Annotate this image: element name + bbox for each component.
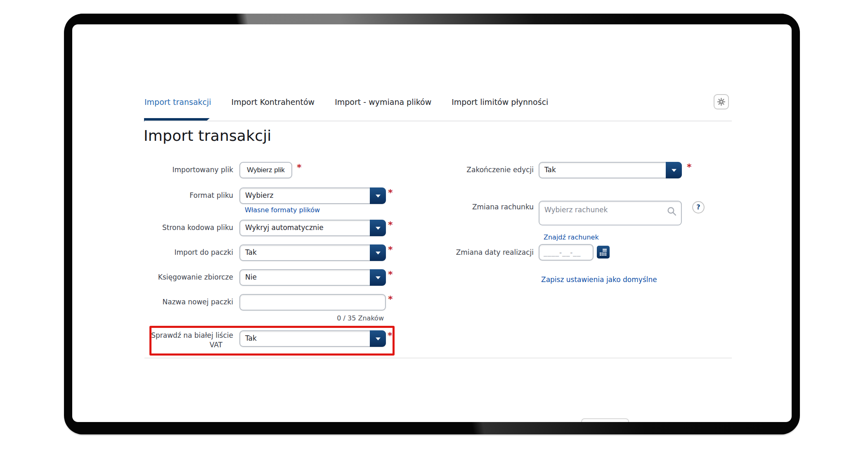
find-account-link[interactable]: Znajdź rachunek <box>544 233 599 241</box>
save-defaults-link[interactable]: Zapisz ustawienia jako domyślne <box>541 275 657 284</box>
label-format-pliku: Format pliku <box>111 191 233 199</box>
account-search-input[interactable] <box>539 201 682 225</box>
required-marker: * <box>687 164 692 171</box>
search-icon[interactable] <box>667 206 677 218</box>
strona-kodowa-select[interactable]: Wykryj automatycznie <box>239 220 386 236</box>
nazwa-paczki-input[interactable] <box>239 294 386 311</box>
screen: Import transakcji Import Kontrahentów Im… <box>72 24 792 422</box>
screenshot-canvas: Import transakcji Import Kontrahentów Im… <box>0 0 868 453</box>
tab-import-kontrahentow[interactable]: Import Kontrahentów <box>232 97 315 107</box>
section-divider <box>144 358 732 358</box>
gear-icon <box>717 97 726 106</box>
bezel-glare-top <box>64 14 800 25</box>
bezel-glare-bottom <box>64 422 800 434</box>
chevron-down-icon[interactable] <box>370 187 386 204</box>
red-highlight-box <box>149 326 395 356</box>
char-counter: 0 / 35 Znaków <box>239 314 384 322</box>
format-pliku-select[interactable]: Wybierz <box>239 187 386 204</box>
select-value: Nie <box>245 273 257 281</box>
calendar-icon <box>599 248 608 256</box>
required-marker: * <box>388 189 393 197</box>
own-file-formats-link[interactable]: Własne formaty plików <box>245 206 320 214</box>
label-zmiana-rachunku: Zmiana rachunku <box>435 203 534 211</box>
device-bezel: Import transakcji Import Kontrahentów Im… <box>64 14 800 434</box>
chevron-down-icon[interactable] <box>370 244 386 261</box>
select-value: Wybierz <box>245 191 273 199</box>
tab-divider-line <box>144 121 732 121</box>
label-ksiegowanie-zbiorcze: Księgowanie zbiorcze <box>111 273 233 281</box>
tab-bar: Import transakcji Import Kontrahentów Im… <box>144 97 548 107</box>
required-marker: * <box>388 221 393 229</box>
required-marker: * <box>297 164 302 171</box>
label-zmiana-daty-realizacji: Zmiana daty realizacji <box>435 248 534 256</box>
required-marker: * <box>388 271 393 278</box>
chevron-down-icon[interactable] <box>370 220 386 236</box>
select-value: Tak <box>544 166 556 174</box>
select-value: Tak <box>245 248 257 256</box>
partial-button-bottom[interactable] <box>581 418 629 422</box>
tab-import-wymiana-plikow[interactable]: Import - wymiana plików <box>335 97 431 107</box>
page-title: Import transakcji <box>144 127 272 145</box>
tab-import-limitow-plynnosci[interactable]: Import limitów płynności <box>452 97 548 107</box>
label-nazwa-nowej-paczki: Nazwa nowej paczki <box>111 298 233 306</box>
tab-import-transakcji[interactable]: Import transakcji <box>144 97 211 107</box>
import-do-paczki-select[interactable]: Tak <box>239 244 386 261</box>
label-import-do-paczki: Import do paczki <box>111 248 233 256</box>
account-search-field <box>539 201 682 225</box>
select-value: Wykryj automatycznie <box>245 223 324 232</box>
calendar-button[interactable] <box>597 246 610 259</box>
settings-button[interactable] <box>714 94 729 109</box>
date-input[interactable] <box>539 244 594 261</box>
help-button[interactable]: ? <box>692 201 705 213</box>
label-zakonczenie-edycji: Zakończenie edycji <box>435 166 534 174</box>
label-importowany-plik: Importowany plik <box>111 166 233 174</box>
required-marker: * <box>388 296 393 303</box>
chevron-down-icon[interactable] <box>666 162 682 178</box>
required-marker: * <box>388 246 393 254</box>
chevron-down-icon[interactable] <box>370 269 386 286</box>
ksiegowanie-zbiorcze-select[interactable]: Nie <box>239 269 386 286</box>
zakonczenie-edycji-select[interactable]: Tak <box>539 162 682 178</box>
choose-file-button[interactable]: Wybierz plik <box>239 162 292 178</box>
label-strona-kodowa: Strona kodowa pliku <box>111 223 233 232</box>
